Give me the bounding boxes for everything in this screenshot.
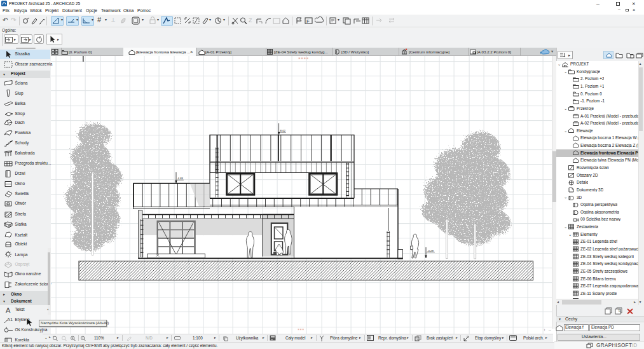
svg-text:8.02: 8.02	[280, 129, 286, 132]
svg-text:-0,28: -0,28	[427, 249, 434, 252]
svg-text:A1: A1	[7, 317, 13, 322]
svg-text:A: A	[6, 306, 11, 314]
svg-text:⇅: ⇅	[618, 309, 621, 313]
svg-text:F: F	[306, 18, 310, 24]
svg-text:4.83: 4.83	[178, 177, 184, 180]
